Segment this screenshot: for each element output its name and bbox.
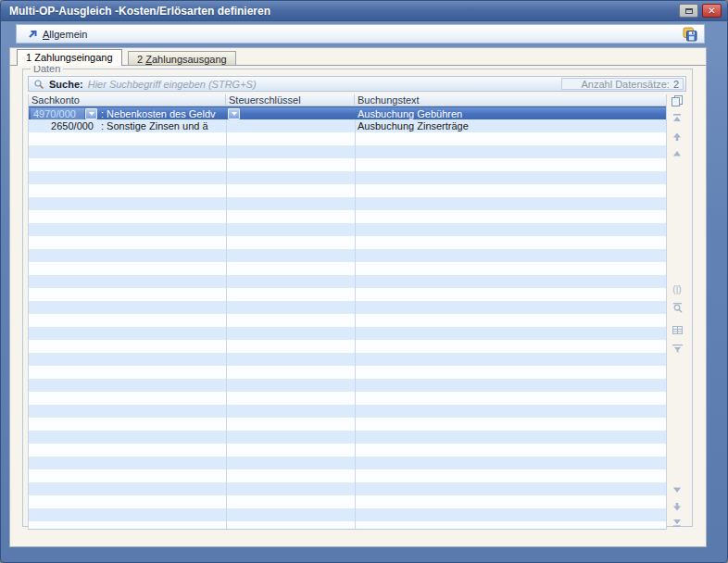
- tab-strip: 1 Zahlungseingang 2 Zahlungsausgang: [10, 49, 706, 66]
- chevron-down-icon: [89, 112, 94, 116]
- move-down-icon[interactable]: [670, 499, 684, 514]
- tab-zahlungseingang[interactable]: 1 Zahlungseingang: [17, 49, 122, 66]
- filter-icon[interactable]: [670, 341, 684, 356]
- sachkonto-field[interactable]: 4970/000: [31, 108, 84, 119]
- table-row[interactable]: 4970/000 : Nebenkosten des Geldv Ausbuch…: [29, 106, 666, 119]
- buchungstext-cell: Ausbuchung Gebühren: [355, 107, 666, 120]
- search-zoom-icon[interactable]: [670, 300, 684, 315]
- close-button[interactable]: ✕: [702, 4, 722, 18]
- column-separator: [226, 106, 227, 529]
- column-separator: [355, 106, 356, 529]
- sachkonto-field: 2650/000: [31, 119, 94, 132]
- move-up-icon[interactable]: [670, 130, 684, 144]
- close-icon: ✕: [708, 6, 715, 16]
- table-row[interactable]: 2650/000 : Sonstige Zinsen und ä Ausbuch…: [29, 119, 666, 132]
- title-bar[interactable]: Multi-OP-Ausgleich -Kosten/Erlösarten de…: [1, 1, 727, 21]
- window-title: Multi-OP-Ausgleich -Kosten/Erlösarten de…: [9, 5, 675, 18]
- client-area: 1 Zahlungseingang 2 Zahlungsausgang Date…: [9, 47, 707, 547]
- fit-columns-icon[interactable]: (|): [670, 282, 684, 296]
- scroll-to-bottom-icon[interactable]: [670, 515, 684, 530]
- save-button[interactable]: [682, 26, 698, 43]
- toolbar: Allgemein: [16, 24, 705, 44]
- grid-header: Sachkonto Steuerschlüssel Buchungstext: [29, 94, 666, 106]
- daten-groupbox: Daten Suche: Hier Suchbegriff eingeben (…: [22, 69, 693, 527]
- data-grid: Sachkonto Steuerschlüssel Buchungstext 4…: [28, 94, 667, 530]
- sachkonto-beschreibung: : Sonstige Zinsen und ä: [101, 119, 208, 132]
- grid-settings-icon[interactable]: [670, 322, 684, 337]
- menu-item-allgemein[interactable]: Allgemein: [22, 28, 92, 41]
- sachkonto-dropdown-button[interactable]: [85, 108, 97, 119]
- save-icon: [683, 27, 697, 42]
- jump-arrow-icon: [27, 29, 38, 40]
- tab-zahlungsausgang[interactable]: 2 Zahlungsausgang: [128, 51, 236, 66]
- menu-item-label: Allgemein: [43, 29, 87, 40]
- column-header-steuerschluessel[interactable]: Steuerschlüssel: [226, 94, 355, 106]
- search-label: Suche:: [49, 79, 83, 90]
- restore-window-button[interactable]: [679, 4, 698, 18]
- record-count: Anzahl Datensätze: 2: [561, 78, 684, 90]
- scroll-to-top-icon[interactable]: [670, 111, 684, 126]
- dialog-window: Multi-OP-Ausgleich -Kosten/Erlösarten de…: [0, 0, 728, 563]
- restore-window-icon: [685, 8, 693, 14]
- step-up-icon[interactable]: [670, 146, 684, 161]
- steuerschluessel-dropdown-button[interactable]: [228, 108, 240, 119]
- grid-body: 4970/000 : Nebenkosten des Geldv Ausbuch…: [29, 106, 666, 529]
- copy-icon[interactable]: [670, 94, 684, 108]
- column-header-buchungstext[interactable]: Buchungstext: [355, 94, 668, 106]
- sachkonto-beschreibung: : Nebenkosten des Geldv: [101, 107, 216, 120]
- buchungstext-cell: Ausbuchung Zinserträge: [355, 119, 666, 132]
- search-icon: [33, 79, 44, 90]
- column-header-sachkonto[interactable]: Sachkonto: [29, 94, 226, 106]
- search-placeholder: Hier Suchbegriff eingeben (STRG+S): [88, 79, 257, 90]
- grid-tool-gutter: (|): [668, 94, 686, 524]
- chevron-down-icon: [232, 112, 237, 116]
- record-count-value: 2: [673, 79, 679, 90]
- step-down-icon[interactable]: [670, 482, 684, 497]
- search-bar[interactable]: Suche: Hier Suchbegriff eingeben (STRG+S…: [28, 76, 686, 92]
